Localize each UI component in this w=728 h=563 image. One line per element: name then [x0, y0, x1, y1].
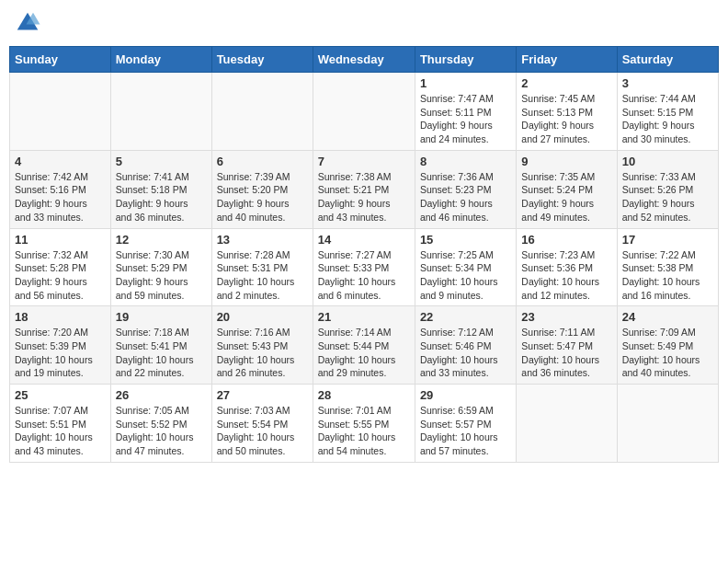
weekday-header-wednesday: Wednesday [313, 47, 415, 73]
day-info: Sunrise: 6:59 AM Sunset: 5:57 PM Dayligh… [420, 404, 511, 458]
calendar-cell: 18Sunrise: 7:20 AM Sunset: 5:39 PM Dayli… [10, 306, 111, 385]
weekday-header-monday: Monday [110, 47, 211, 73]
day-number: 7 [318, 155, 410, 168]
day-number: 26 [116, 388, 207, 402]
day-info: Sunrise: 7:01 AM Sunset: 5:55 PM Dayligh… [318, 404, 410, 458]
calendar-cell [110, 73, 211, 151]
day-number: 28 [318, 388, 410, 402]
day-number: 12 [116, 233, 207, 247]
day-number: 16 [521, 233, 611, 247]
day-info: Sunrise: 7:38 AM Sunset: 5:21 PM Dayligh… [318, 170, 410, 224]
day-info: Sunrise: 7:16 AM Sunset: 5:43 PM Dayligh… [217, 326, 308, 380]
calendar-week-row: 18Sunrise: 7:20 AM Sunset: 5:39 PM Dayli… [10, 306, 719, 385]
day-number: 15 [420, 233, 511, 247]
day-number: 17 [622, 233, 713, 247]
calendar-cell: 11Sunrise: 7:32 AM Sunset: 5:28 PM Dayli… [10, 228, 111, 306]
day-info: Sunrise: 7:47 AM Sunset: 5:11 PM Dayligh… [420, 92, 511, 146]
day-number: 1 [420, 76, 511, 90]
day-number: 18 [15, 310, 106, 324]
calendar-cell: 16Sunrise: 7:23 AM Sunset: 5:36 PM Dayli… [517, 228, 617, 306]
calendar-table: SundayMondayTuesdayWednesdayThursdayFrid… [9, 46, 719, 463]
calendar-cell: 12Sunrise: 7:30 AM Sunset: 5:29 PM Dayli… [110, 228, 211, 306]
day-number: 9 [521, 155, 611, 168]
weekday-header-saturday: Saturday [617, 47, 718, 73]
calendar-cell [313, 73, 415, 151]
day-number: 25 [15, 388, 106, 402]
calendar-cell: 22Sunrise: 7:12 AM Sunset: 5:46 PM Dayli… [415, 306, 516, 385]
calendar-cell: 9Sunrise: 7:35 AM Sunset: 5:24 PM Daylig… [517, 150, 617, 228]
calendar-cell: 13Sunrise: 7:28 AM Sunset: 5:31 PM Dayli… [211, 228, 313, 306]
calendar-cell: 27Sunrise: 7:03 AM Sunset: 5:54 PM Dayli… [211, 385, 313, 463]
calendar-cell: 25Sunrise: 7:07 AM Sunset: 5:51 PM Dayli… [10, 385, 111, 463]
calendar-body: 1Sunrise: 7:47 AM Sunset: 5:11 PM Daylig… [10, 73, 719, 463]
calendar-cell: 15Sunrise: 7:25 AM Sunset: 5:34 PM Dayli… [415, 228, 516, 306]
calendar-cell [617, 385, 718, 463]
calendar-week-row: 11Sunrise: 7:32 AM Sunset: 5:28 PM Dayli… [10, 228, 719, 306]
day-info: Sunrise: 7:09 AM Sunset: 5:49 PM Dayligh… [622, 326, 713, 380]
calendar-cell [517, 385, 617, 463]
calendar-cell [10, 73, 111, 151]
day-info: Sunrise: 7:11 AM Sunset: 5:47 PM Dayligh… [521, 326, 611, 380]
calendar-cell: 10Sunrise: 7:33 AM Sunset: 5:26 PM Dayli… [617, 150, 718, 228]
calendar-week-row: 4Sunrise: 7:42 AM Sunset: 5:16 PM Daylig… [10, 150, 719, 228]
day-number: 27 [217, 388, 308, 402]
calendar-cell: 5Sunrise: 7:41 AM Sunset: 5:18 PM Daylig… [110, 150, 211, 228]
day-info: Sunrise: 7:27 AM Sunset: 5:33 PM Dayligh… [318, 248, 410, 303]
weekday-header-friday: Friday [517, 47, 617, 73]
day-info: Sunrise: 7:32 AM Sunset: 5:28 PM Dayligh… [15, 248, 106, 303]
day-info: Sunrise: 7:18 AM Sunset: 5:41 PM Dayligh… [116, 326, 207, 380]
calendar-cell: 4Sunrise: 7:42 AM Sunset: 5:16 PM Daylig… [10, 150, 111, 228]
calendar-week-row: 1Sunrise: 7:47 AM Sunset: 5:11 PM Daylig… [10, 73, 719, 151]
day-number: 23 [521, 310, 611, 324]
calendar-cell: 8Sunrise: 7:36 AM Sunset: 5:23 PM Daylig… [415, 150, 516, 228]
calendar-cell: 19Sunrise: 7:18 AM Sunset: 5:41 PM Dayli… [110, 306, 211, 385]
day-number: 29 [420, 388, 511, 402]
calendar-cell: 2Sunrise: 7:45 AM Sunset: 5:13 PM Daylig… [517, 73, 617, 151]
day-number: 5 [116, 155, 207, 168]
day-info: Sunrise: 7:03 AM Sunset: 5:54 PM Dayligh… [217, 404, 308, 458]
day-number: 13 [217, 233, 308, 247]
weekday-header-row: SundayMondayTuesdayWednesdayThursdayFrid… [10, 47, 719, 73]
day-number: 3 [622, 76, 713, 90]
day-info: Sunrise: 7:45 AM Sunset: 5:13 PM Dayligh… [521, 92, 611, 146]
day-info: Sunrise: 7:28 AM Sunset: 5:31 PM Dayligh… [217, 248, 308, 303]
calendar-cell: 28Sunrise: 7:01 AM Sunset: 5:55 PM Dayli… [313, 385, 415, 463]
day-number: 14 [318, 233, 410, 247]
day-number: 11 [15, 233, 106, 247]
day-number: 19 [116, 310, 207, 324]
day-number: 20 [217, 310, 308, 324]
day-info: Sunrise: 7:05 AM Sunset: 5:52 PM Dayligh… [116, 404, 207, 458]
calendar-week-row: 25Sunrise: 7:07 AM Sunset: 5:51 PM Dayli… [10, 385, 719, 463]
day-info: Sunrise: 7:25 AM Sunset: 5:34 PM Dayligh… [420, 248, 511, 303]
calendar-cell [211, 73, 313, 151]
calendar-cell: 3Sunrise: 7:44 AM Sunset: 5:15 PM Daylig… [617, 73, 718, 151]
calendar-cell: 1Sunrise: 7:47 AM Sunset: 5:11 PM Daylig… [415, 73, 516, 151]
day-info: Sunrise: 7:41 AM Sunset: 5:18 PM Dayligh… [116, 170, 207, 224]
day-number: 6 [217, 155, 308, 168]
day-info: Sunrise: 7:33 AM Sunset: 5:26 PM Dayligh… [622, 170, 713, 224]
calendar-cell: 20Sunrise: 7:16 AM Sunset: 5:43 PM Dayli… [211, 306, 313, 385]
weekday-header-thursday: Thursday [415, 47, 516, 73]
calendar-cell: 26Sunrise: 7:05 AM Sunset: 5:52 PM Dayli… [110, 385, 211, 463]
day-info: Sunrise: 7:23 AM Sunset: 5:36 PM Dayligh… [521, 248, 611, 303]
day-number: 8 [420, 155, 511, 168]
header [9, 9, 719, 37]
calendar-cell: 29Sunrise: 6:59 AM Sunset: 5:57 PM Dayli… [415, 385, 516, 463]
day-info: Sunrise: 7:12 AM Sunset: 5:46 PM Dayligh… [420, 326, 511, 380]
calendar-cell: 14Sunrise: 7:27 AM Sunset: 5:33 PM Dayli… [313, 228, 415, 306]
calendar-cell: 6Sunrise: 7:39 AM Sunset: 5:20 PM Daylig… [211, 150, 313, 228]
day-info: Sunrise: 7:42 AM Sunset: 5:16 PM Dayligh… [15, 170, 106, 224]
day-info: Sunrise: 7:36 AM Sunset: 5:23 PM Dayligh… [420, 170, 511, 224]
day-info: Sunrise: 7:30 AM Sunset: 5:29 PM Dayligh… [116, 248, 207, 303]
day-info: Sunrise: 7:22 AM Sunset: 5:38 PM Dayligh… [622, 248, 713, 303]
logo-icon [14, 9, 41, 37]
day-info: Sunrise: 7:35 AM Sunset: 5:24 PM Dayligh… [521, 170, 611, 224]
day-info: Sunrise: 7:07 AM Sunset: 5:51 PM Dayligh… [15, 404, 106, 458]
day-info: Sunrise: 7:44 AM Sunset: 5:15 PM Dayligh… [622, 92, 713, 146]
day-info: Sunrise: 7:20 AM Sunset: 5:39 PM Dayligh… [15, 326, 106, 380]
calendar-cell: 17Sunrise: 7:22 AM Sunset: 5:38 PM Dayli… [617, 228, 718, 306]
logo [14, 9, 45, 37]
day-number: 24 [622, 310, 713, 324]
day-info: Sunrise: 7:14 AM Sunset: 5:44 PM Dayligh… [318, 326, 410, 380]
day-number: 4 [15, 155, 106, 168]
